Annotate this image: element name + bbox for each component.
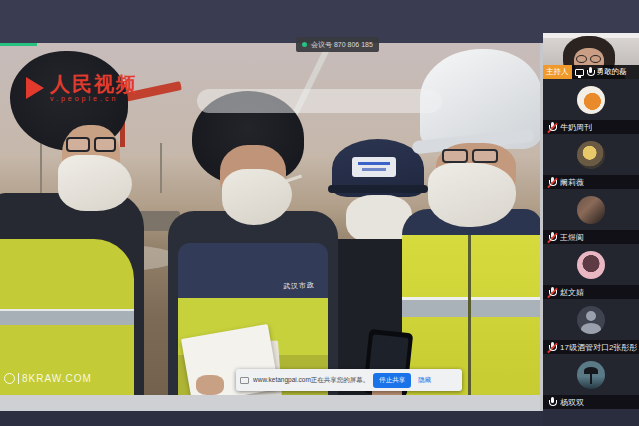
glasses-lens bbox=[442, 149, 468, 163]
mic-muted-icon[interactable] bbox=[548, 232, 557, 243]
vest-text: 武汉市政 bbox=[283, 280, 315, 292]
glasses-lens bbox=[472, 149, 498, 163]
participant-item[interactable]: 杨双双 bbox=[543, 354, 639, 409]
mic-muted-icon[interactable] bbox=[548, 287, 557, 298]
participant-item[interactable]: 王煜阆 bbox=[543, 189, 639, 244]
glasses-lens bbox=[66, 137, 90, 152]
avatar bbox=[577, 196, 605, 224]
8kraw-watermark: 8KRAW.COM bbox=[4, 373, 92, 384]
mic-muted-icon[interactable] bbox=[548, 342, 557, 353]
host-video-tile[interactable]: 主持人 勇敢的磊 bbox=[543, 33, 639, 79]
participant-name: 赵文婧 bbox=[560, 287, 584, 298]
participant-name: 王煜阆 bbox=[560, 232, 584, 243]
host-name: 勇敢的磊 bbox=[597, 67, 627, 77]
participant-list: 牛奶周刊 阚莉薇 王煜阆 bbox=[543, 79, 639, 409]
worker-hand bbox=[196, 375, 224, 395]
avatar bbox=[577, 86, 605, 114]
participants-sidebar: 主持人 勇敢的磊 牛奶周刊 阚莉薇 bbox=[543, 33, 639, 426]
participant-name: 杨双双 bbox=[560, 397, 584, 408]
participant-item[interactable]: 赵文婧 bbox=[543, 244, 639, 299]
helmet-logo-patch bbox=[352, 157, 396, 177]
participant-name: 17级酒管对口2张彤彤 bbox=[560, 342, 637, 353]
worker-left-vest bbox=[0, 239, 134, 395]
host-name-bar: 主持人 勇敢的磊 bbox=[543, 65, 639, 79]
participant-name: 牛奶周刊 bbox=[560, 122, 592, 133]
participant-item[interactable]: 牛奶周刊 bbox=[543, 79, 639, 134]
video-scene: 武汉市政 人民视频 bbox=[0, 43, 540, 395]
hide-button[interactable]: 隐藏 bbox=[415, 373, 434, 388]
share-message: www.ketangpai.com正在共享您的屏幕。 bbox=[253, 376, 369, 385]
translucent-search-bar bbox=[197, 89, 442, 113]
participant-item[interactable]: 17级酒管对口2张彤彤 bbox=[543, 299, 639, 354]
cast-icon bbox=[240, 377, 249, 384]
avatar-default bbox=[577, 306, 605, 334]
play-triangle-icon bbox=[26, 77, 44, 99]
avatar bbox=[577, 141, 605, 169]
dark-helmet-brim bbox=[328, 185, 428, 193]
stop-sharing-button[interactable]: 停止共享 bbox=[373, 373, 411, 388]
8kraw-logo-icon bbox=[4, 373, 15, 384]
shared-screen-video[interactable]: 武汉市政 人民视频 bbox=[0, 43, 540, 411]
people-video-logo: 人民视频 v.people.cn bbox=[26, 73, 138, 102]
participant-item[interactable]: 阚莉薇 bbox=[543, 134, 639, 189]
screen-share-notification-bar: www.ketangpai.com正在共享您的屏幕。 停止共享 隐藏 bbox=[236, 369, 462, 391]
live-status-dot bbox=[302, 42, 307, 47]
watermark-text: 8KRAW.COM bbox=[18, 373, 92, 384]
glasses-lens bbox=[94, 137, 116, 152]
participant-name: 阚莉薇 bbox=[560, 177, 584, 188]
sidebar-top-bar bbox=[543, 0, 639, 33]
avatar bbox=[577, 361, 605, 389]
mic-active-icon[interactable] bbox=[548, 397, 557, 408]
loading-progress-line bbox=[0, 43, 37, 46]
app-top-bar bbox=[0, 0, 543, 43]
reflective-stripe bbox=[402, 297, 540, 317]
mic-muted-icon[interactable] bbox=[548, 177, 557, 188]
conference-app-window: 会议号 870 806 185 bbox=[0, 0, 639, 426]
host-role-badge: 主持人 bbox=[543, 65, 572, 79]
brand-name: 人民视频 bbox=[50, 73, 138, 95]
brand-domain: v.people.cn bbox=[50, 95, 138, 102]
meeting-id-badge: 会议号 870 806 185 bbox=[296, 37, 379, 52]
worker-right-mask bbox=[428, 163, 516, 227]
sidebar-footer bbox=[543, 409, 639, 426]
mic-icon[interactable] bbox=[586, 67, 595, 78]
screen-share-icon bbox=[575, 69, 584, 76]
mic-muted-icon[interactable] bbox=[548, 122, 557, 133]
meeting-id-text: 会议号 870 806 185 bbox=[311, 40, 373, 50]
jacket-zipper bbox=[468, 235, 471, 395]
avatar bbox=[577, 251, 605, 279]
crane-mast bbox=[160, 143, 162, 193]
glasses-lens bbox=[576, 55, 587, 63]
worker-left-mask bbox=[58, 155, 132, 211]
glasses-lens bbox=[590, 55, 601, 63]
